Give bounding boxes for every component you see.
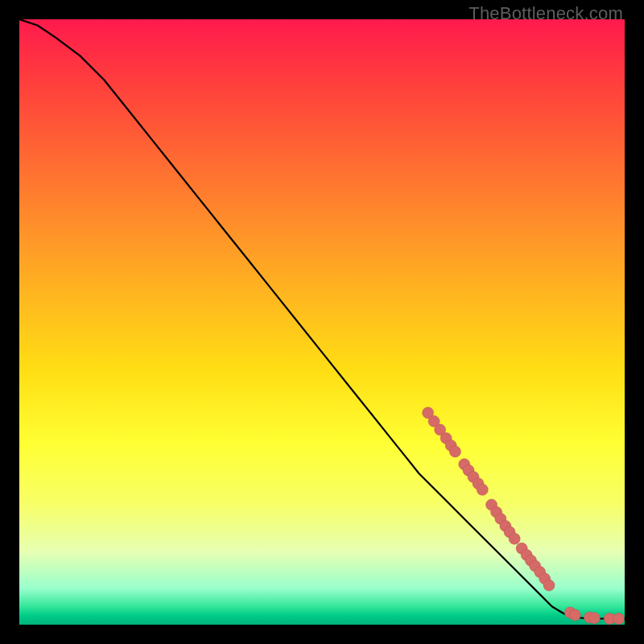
data-marker	[588, 613, 600, 624]
bottleneck-curve-line	[19, 19, 625, 618]
data-marker	[543, 580, 555, 591]
data-marker	[569, 609, 580, 621]
data-marker	[613, 613, 624, 624]
data-marker	[509, 533, 520, 544]
chart-svg	[19, 19, 625, 625]
plot-area	[19, 19, 625, 625]
chart-frame: TheBottleneck.com	[0, 0, 644, 644]
data-markers-group	[423, 407, 625, 625]
data-marker	[449, 446, 460, 457]
data-marker	[477, 484, 488, 495]
